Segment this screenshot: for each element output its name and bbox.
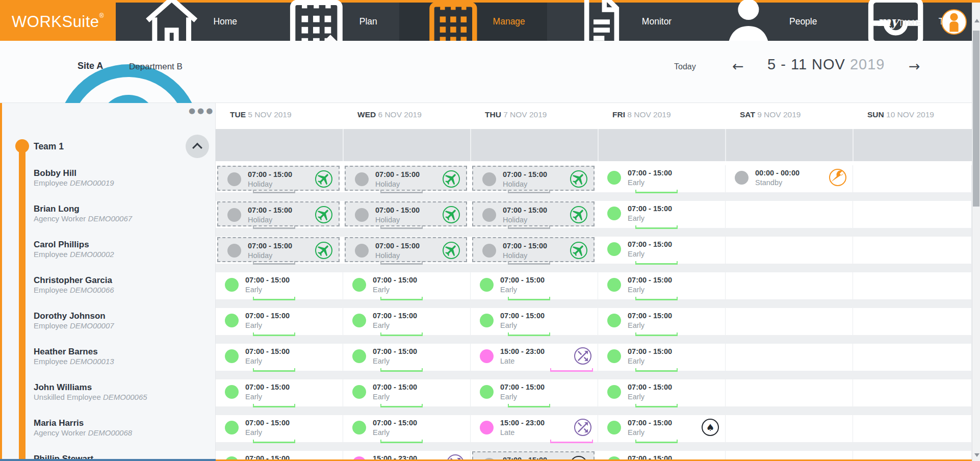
nav-tab-label: Plan — [359, 16, 377, 27]
shift-cell[interactable]: 07:00 - 15:00Holiday — [472, 237, 595, 262]
shift-cell[interactable]: 07:00 - 15:00Early — [216, 344, 343, 371]
empty-cell[interactable] — [853, 237, 972, 264]
shift-cell[interactable]: 07:00 - 15:00Early — [216, 308, 343, 335]
shift-span-bar — [380, 297, 423, 300]
logo-text: WORKSuite® — [12, 12, 104, 31]
plane-icon — [315, 170, 332, 188]
next-team-indicator-line — [0, 459, 216, 461]
team-collapse-button[interactable] — [186, 135, 209, 158]
employee-item[interactable]: Christopher GarciaEmployee DEMO00066 — [34, 275, 207, 300]
shift-cell[interactable]: 07:00 - 15:00Holiday — [217, 201, 340, 226]
next-week-button[interactable]: → — [909, 58, 920, 74]
empty-cell[interactable] — [726, 237, 853, 264]
shift-cell[interactable]: 07:00 - 15:00Early — [471, 379, 598, 406]
shift-label: Early — [373, 393, 390, 401]
empty-cell[interactable] — [853, 308, 972, 335]
department-selector[interactable]: Department B — [129, 62, 183, 72]
nav-tab-manage[interactable]: Manage — [399, 3, 547, 41]
shift-label: Early — [628, 250, 644, 258]
shift-cell[interactable]: 07:00 - 15:00Early — [216, 272, 343, 299]
shift-cell[interactable]: 07:00 - 15:00Early — [598, 165, 726, 192]
employee-item[interactable]: Bobby HillEmployee DEMO00019 — [34, 168, 207, 193]
nav-tab-monitor[interactable]: Monitor — [547, 3, 693, 41]
employee-id: DEMO00002 — [70, 250, 114, 259]
shift-status-dot — [482, 208, 496, 222]
employee-name: Carol Phillips — [34, 240, 207, 250]
shift-cell[interactable]: 07:00 - 15:00Holiday — [472, 201, 595, 226]
employee-item[interactable]: Brian LongAgency Worker DEMO00067 — [34, 204, 207, 228]
worksuite-logo[interactable]: WORKSuite® — [0, 3, 116, 41]
shift-cell[interactable]: 07:00 - 15:00Holiday — [345, 166, 467, 191]
nav-tab-people[interactable]: People — [693, 3, 839, 41]
day-name: SAT — [740, 110, 755, 119]
more-options-icon[interactable]: ●●● — [189, 106, 215, 115]
shift-cell[interactable]: 07:00 - 15:00Early♠ — [598, 415, 726, 442]
empty-cell[interactable] — [726, 379, 853, 406]
empty-cell[interactable] — [726, 344, 853, 371]
shift-span-bar — [253, 190, 295, 193]
shift-cell[interactable]: 07:00 - 15:00Holiday — [345, 201, 467, 226]
empty-cell[interactable] — [726, 308, 853, 335]
shift-cell[interactable]: 07:00 - 15:00Early — [343, 344, 471, 371]
scroll-up-button[interactable] — [974, 19, 979, 22]
shift-status-dot — [352, 421, 366, 434]
shift-cell[interactable]: 07:00 - 15:00Early — [343, 379, 471, 406]
shift-cell[interactable]: 07:00 - 15:00Holiday — [345, 237, 467, 262]
shift-cell[interactable]: 07:00 - 15:00Early — [598, 379, 726, 406]
shift-cell[interactable]: 15:00 - 23:00Late — [471, 344, 598, 371]
empty-cell[interactable] — [726, 272, 853, 299]
shift-cell[interactable]: 07:00 - 15:00Early — [598, 201, 726, 228]
shift-cell[interactable]: 07:00 - 15:00Early — [598, 308, 726, 335]
shift-time: 07:00 - 15:00 — [628, 240, 672, 248]
employee-item[interactable]: Dorothy JohnsonEmployee DEMO00007 — [34, 311, 207, 336]
shift-label: Late — [500, 428, 514, 437]
shift-status-dot — [225, 278, 239, 292]
empty-cell[interactable] — [853, 272, 972, 299]
nav-tab-home[interactable]: Home — [116, 3, 259, 41]
empty-cell[interactable] — [726, 415, 853, 442]
empty-cell[interactable] — [853, 379, 972, 406]
vertical-scrollbar[interactable] — [972, 3, 980, 461]
scroll-down-button[interactable] — [974, 453, 979, 457]
today-button[interactable]: Today — [674, 62, 696, 71]
user-avatar-icon[interactable] — [941, 9, 967, 35]
empty-cell[interactable] — [853, 165, 972, 192]
previous-week-button[interactable]: ← — [732, 58, 744, 74]
scrollbar-thumb[interactable] — [973, 31, 979, 207]
plane-icon — [443, 170, 460, 188]
shift-cell[interactable]: 07:00 - 15:00Early — [598, 237, 726, 264]
employee-item[interactable]: John WilliamsUnskilled Employee DEMO0006… — [34, 382, 207, 407]
shift-cell[interactable]: 07:00 - 15:00Early — [598, 272, 726, 299]
empty-cell[interactable] — [853, 344, 972, 371]
shift-label: Early — [373, 286, 390, 294]
shift-cell[interactable]: 07:00 - 15:00Early — [343, 308, 471, 335]
employee-item[interactable]: Heather BarnesEmployee DEMO00013 — [34, 347, 207, 371]
employee-item[interactable]: Carol PhillipsEmployee DEMO00002 — [34, 240, 207, 264]
shift-cell[interactable]: 07:00 - 15:00Early — [216, 379, 343, 406]
shift-cell[interactable]: 07:00 - 15:00Early — [598, 344, 726, 371]
shift-time: 00:00 - 00:00 — [755, 169, 800, 177]
shift-cell[interactable]: 07:00 - 15:00Holiday — [217, 237, 340, 262]
shift-cell[interactable]: 07:00 - 15:00Holiday — [217, 166, 340, 191]
shift-label: Early — [245, 321, 262, 329]
shift-cell[interactable]: 07:00 - 15:00Early — [471, 308, 598, 335]
shift-status-dot — [607, 349, 621, 363]
shift-cell[interactable]: 07:00 - 15:00Early — [216, 415, 343, 442]
shift-time: 07:00 - 15:00 — [628, 276, 672, 284]
shift-cell[interactable]: 07:00 - 15:00Early — [343, 415, 471, 442]
empty-cell[interactable] — [853, 415, 972, 442]
shift-cell[interactable]: 07:00 - 15:00Early — [343, 272, 471, 299]
shift-label: Early — [373, 428, 390, 437]
shift-cell[interactable]: 00:00 - 00:00Standby — [726, 165, 853, 192]
day-date: 6 NOV 2019 — [376, 110, 422, 119]
empty-cell[interactable] — [726, 201, 853, 228]
employee-name: Brian Long — [34, 204, 207, 214]
employee-item[interactable]: Maria HarrisAgency Worker DEMO00068 — [34, 418, 207, 443]
spade-icon: ♠ — [702, 419, 719, 436]
shift-cell[interactable]: 15:00 - 23:00Late — [471, 415, 598, 442]
empty-cell[interactable] — [853, 201, 972, 228]
shift-cell[interactable]: 07:00 - 15:00Holiday — [472, 166, 595, 191]
shift-cell[interactable]: 07:00 - 15:00Early — [471, 272, 598, 299]
site-selector[interactable]: Site A — [78, 61, 103, 71]
shift-time: 07:00 - 15:00 — [500, 312, 545, 320]
